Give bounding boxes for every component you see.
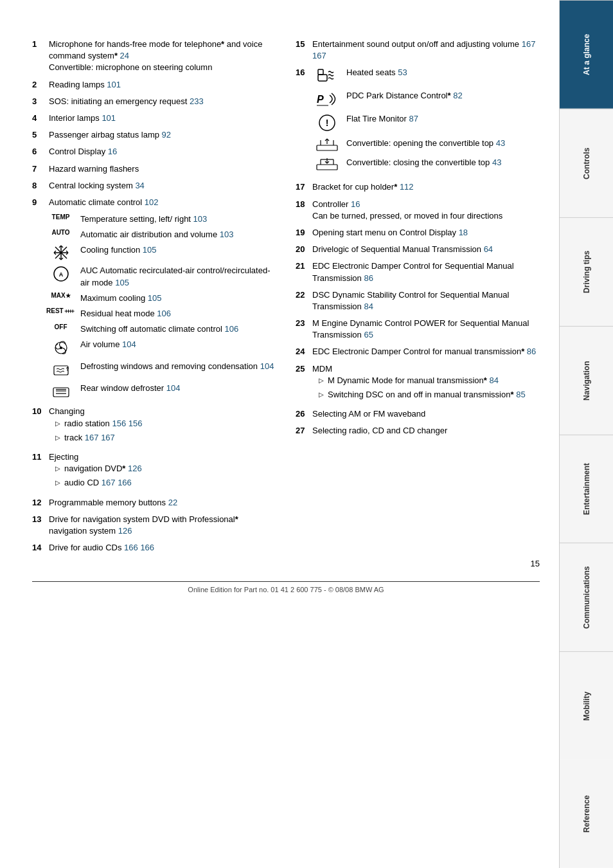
item-text: Bracket for cup holder* [312,182,400,192]
page-ref[interactable]: 167 [312,51,326,60]
item-text: M Engine Dynamic Control POWER for Seque… [312,318,529,339]
page-ref[interactable]: 18 [459,228,468,237]
page-ref[interactable]: 16 [351,199,360,209]
page-ref[interactable]: 64 [484,244,493,254]
page-ref[interactable]: 85 [516,390,525,399]
page-ref[interactable]: 126 [118,526,132,536]
item-text: EDC Electronic Damper Control for Sequen… [312,261,514,282]
page-ref[interactable]: 233 [190,96,204,106]
page-ref[interactable]: 105 [115,278,129,287]
page-ref[interactable]: 103 [220,230,234,239]
page-ref[interactable]: 87 [409,114,418,123]
page-ref[interactable]: 82 [453,91,462,100]
page-ref[interactable]: 84 [489,375,498,385]
page-ref[interactable]: 104 [166,383,181,393]
item-number: 6 [32,146,46,158]
list-item: 8 Central locking system 34 [32,180,276,192]
item-text: Opening start menu on Control Display [312,228,459,237]
defrost-rear-icon [46,383,75,401]
page-ref[interactable]: 16 [108,147,117,156]
list-item: 2 Reading lamps 101 [32,79,276,91]
list-item: 10 Changing ▷ radio station 156 156 ▷ tr… [32,406,276,446]
item-number: 9 [32,197,46,208]
list-item: 7 Hazard warning flashers [32,163,276,175]
sub-item-auc: A AUC Automatic recirculated-air control… [46,265,276,288]
sidebar-tab-controls[interactable]: Controls [560,109,613,217]
sidebar-tab-entertainment[interactable]: Entertainment [560,435,613,543]
sub-text: AUC Automatic recirculated-air control/r… [80,265,276,288]
arrow-icon: ▷ [55,419,60,428]
sidebar-tab-reference[interactable]: Reference [560,760,613,868]
page-ref[interactable]: 106 [224,324,238,334]
page-ref[interactable]: 105 [143,245,157,255]
page-ref[interactable]: 167 [522,39,536,49]
item-number: 20 [296,244,310,255]
item-number: 24 [296,346,310,357]
sub-text: Heated seats 53 [346,67,540,78]
sidebar-tab-communications[interactable]: Communications [560,543,613,651]
page-ref[interactable]: 101 [107,80,121,89]
svg-text:A: A [58,271,63,278]
page-ref[interactable]: 24 [120,51,129,60]
arrow-icon: ▷ [55,433,60,442]
page-ref[interactable]: 102 [145,197,159,207]
page-ref[interactable]: 53 [398,68,407,77]
sidebar-tab-driving-tips[interactable]: Driving tips [560,217,613,326]
item-text: Central locking system [49,181,135,190]
page-ref[interactable]: 167 [101,433,115,442]
page-ref[interactable]: 126 [128,464,142,473]
item-text: Microphone for hands-free mode for telep… [49,39,262,60]
item-number: 12 [32,497,46,509]
arrow-icon: ▷ [55,478,60,487]
page-ref[interactable]: 65 [364,330,373,339]
page-ref[interactable]: 167 [102,478,116,487]
page-ref[interactable]: 112 [400,182,414,192]
arrow-item: ▷ navigation DVD* 126 [55,463,276,475]
page-ref[interactable]: 43 [496,138,505,148]
sub-item-air-volume: Air volume 104 [46,339,276,357]
page-ref[interactable]: 43 [492,158,501,167]
sub-item-auto: AUTO Automatic air distribution and volu… [46,229,276,240]
page-ref[interactable]: 86 [364,273,373,283]
svg-rect-37 [317,165,337,170]
page-ref[interactable]: 104 [260,361,274,371]
page-ref[interactable]: 22 [168,498,177,507]
sub-text: Maximum cooling 105 [80,293,276,304]
page-ref[interactable]: 86 [527,347,536,356]
sub-item-defrost-rear: Rear window defroster 104 [46,383,276,401]
page-ref[interactable]: 156 [129,419,143,428]
page-ref[interactable]: 34 [135,181,144,190]
list-item: 11 Ejecting ▷ navigation DVD* 126 ▷ audi… [32,451,276,492]
item-number: 8 [32,180,46,192]
sidebar-tab-navigation[interactable]: Navigation [560,326,613,435]
page-ref[interactable]: 104 [122,339,136,349]
page-ref[interactable]: 156 [112,419,126,428]
page-ref[interactable]: 166 [118,478,132,487]
svg-text:!: ! [325,118,328,128]
sub-text: Rear window defroster 104 [80,383,276,394]
page-ref[interactable]: 167 [85,433,99,442]
temp-icon: TEMP [46,213,75,221]
list-item: 13 Drive for navigation system DVD with … [32,514,276,537]
svg-rect-33 [317,145,337,150]
item-number: 16 [296,67,310,176]
item-number: 15 [296,39,310,62]
rest-icon: REST [46,308,75,314]
page-ref[interactable]: 101 [102,113,116,123]
page-ref[interactable]: 105 [148,293,162,303]
sidebar-tab-at-a-glance[interactable]: At a glance [560,0,613,109]
climate-subitems: TEMP Temperature setting, left/ right 10… [46,213,276,401]
sidebar-tab-mobility[interactable]: Mobility [560,651,613,760]
item-number: 1 [32,39,46,74]
page-ref[interactable]: 84 [364,302,373,311]
air-volume-icon [46,339,75,357]
page-ref[interactable]: 106 [157,309,171,318]
page-number: 15 [531,559,540,568]
list-item: 16 [296,67,540,176]
svg-rect-21 [54,366,68,375]
page-ref[interactable]: 92 [162,130,171,140]
page-ref[interactable]: 166 [140,543,154,552]
item-extra: Can be turned, pressed, or moved in four… [312,211,502,221]
page-ref[interactable]: 103 [193,214,208,224]
page-ref[interactable]: 166 [124,543,138,552]
